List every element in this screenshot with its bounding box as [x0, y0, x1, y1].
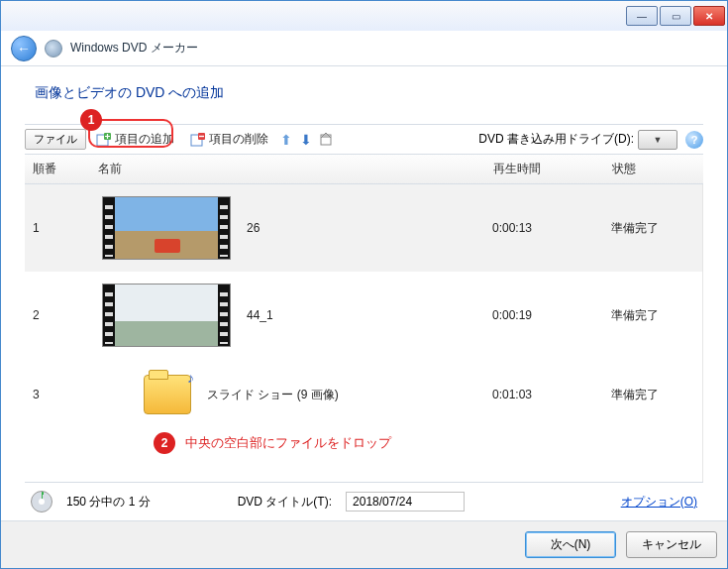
col-order[interactable]: 順番	[25, 155, 90, 183]
disc-usage-icon	[31, 491, 52, 512]
minimize-button[interactable]: —	[626, 6, 658, 26]
move-up-button[interactable]: ⬆	[278, 132, 294, 148]
header-bar: ← Windows DVD メーカー	[1, 31, 727, 66]
row-status: 準備完了	[603, 381, 702, 409]
burner-drive-label: DVD 書き込み用ドライブ(D):	[478, 131, 634, 148]
video-thumbnail	[102, 196, 231, 260]
list-body[interactable]: 1 26 0:00:13 準備完了 2 44_1 0:	[25, 184, 703, 482]
dvd-title-input[interactable]	[346, 492, 465, 512]
slideshow-folder-icon	[144, 375, 191, 414]
row-status: 準備完了	[603, 214, 702, 243]
list-header: 順番 名前 再生時間 状態	[25, 155, 703, 184]
row-status: 準備完了	[603, 301, 702, 330]
annotation-badge-2: 2	[154, 432, 175, 454]
remove-item-button[interactable]: 項目の削除	[184, 129, 274, 150]
disc-usage-text: 150 分中の 1 分	[66, 494, 151, 511]
row-order: 3	[25, 382, 90, 407]
arrow-left-icon: ←	[17, 41, 31, 57]
maximize-button[interactable]: ▭	[660, 6, 691, 26]
back-button[interactable]: ←	[11, 36, 37, 61]
row-name: 44_1	[247, 308, 273, 322]
add-item-button[interactable]: 項目の追加	[90, 129, 180, 150]
status-bar: 150 分中の 1 分 DVD タイトル(T): オプション(O)	[25, 482, 703, 520]
help-button[interactable]: ?	[685, 131, 703, 149]
annotation-drop-text: 中央の空白部にファイルをドロップ	[185, 434, 391, 452]
list-item[interactable]: 1 26 0:00:13 準備完了	[25, 184, 702, 272]
col-duration[interactable]: 再生時間	[485, 155, 604, 183]
content-area: 画像とビデオの DVD への追加 1 ファイル 項目の追加 項目の削除 ⬆ ⬇	[1, 66, 727, 520]
cancel-button[interactable]: キャンセル	[626, 531, 717, 558]
row-order: 2	[25, 302, 90, 328]
list-item[interactable]: 2 44_1 0:00:19 準備完了	[25, 272, 702, 359]
move-down-button[interactable]: ⬇	[298, 132, 314, 148]
row-order: 1	[25, 215, 90, 241]
add-item-label: 項目の追加	[115, 131, 174, 148]
options-link[interactable]: オプション(O)	[621, 494, 697, 511]
add-item-icon	[96, 132, 112, 148]
remove-item-icon	[190, 132, 206, 148]
app-title: Windows DVD メーカー	[70, 40, 198, 57]
row-duration: 0:00:19	[484, 302, 603, 328]
window: — ▭ ✕ ← Windows DVD メーカー 画像とビデオの DVD への追…	[0, 0, 728, 569]
row-duration: 0:00:13	[484, 215, 603, 241]
video-thumbnail	[102, 284, 231, 347]
next-button[interactable]: 次へ(N)	[525, 531, 616, 558]
col-name[interactable]: 名前	[90, 155, 485, 183]
annotation-badge-1: 1	[80, 109, 102, 131]
dvd-title-label: DVD タイトル(T):	[238, 494, 332, 511]
annotation-drop-hint: 2 中央の空白部にファイルをドロップ	[154, 432, 391, 454]
titlebar: — ▭ ✕	[1, 1, 727, 31]
remove-item-label: 項目の削除	[209, 131, 268, 148]
close-button[interactable]: ✕	[693, 6, 725, 26]
col-status[interactable]: 状態	[604, 155, 703, 183]
row-name: スライド ショー (9 画像)	[207, 387, 339, 403]
rotate-button[interactable]	[318, 132, 334, 148]
file-button[interactable]: ファイル	[25, 129, 86, 150]
footer: 次へ(N) キャンセル	[1, 520, 727, 568]
toolbar: 1 ファイル 項目の追加 項目の削除 ⬆ ⬇ DVD 書き込み用	[25, 124, 703, 155]
list-item[interactable]: 3 スライド ショー (9 画像) 0:01:03 準備完了	[25, 359, 702, 430]
burner-drive-dropdown[interactable]: ▼	[638, 130, 677, 150]
row-duration: 0:01:03	[484, 382, 603, 407]
row-name: 26	[247, 221, 260, 235]
app-icon	[45, 40, 62, 57]
page-heading: 画像とビデオの DVD への追加	[25, 84, 703, 102]
window-buttons: — ▭ ✕	[626, 6, 725, 26]
